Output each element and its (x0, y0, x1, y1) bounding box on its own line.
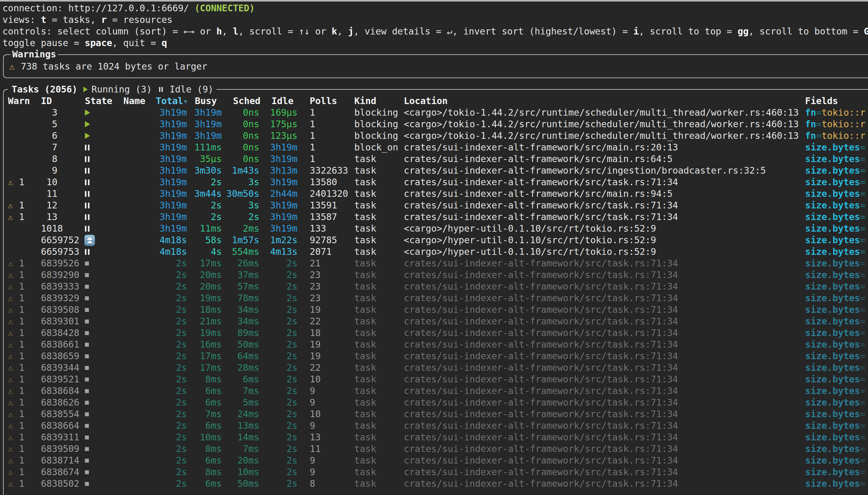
cell-kind: task (354, 315, 376, 327)
cell-location: crates/sui-indexer-alt-framework/src/tas… (404, 281, 678, 292)
column-header-idle[interactable]: Idle (271, 95, 294, 107)
cell-busy: 3h19m (182, 130, 222, 142)
cell-busy: 35µs (182, 153, 222, 165)
field-equals: = (860, 339, 866, 350)
cell-polls: 13 (310, 431, 321, 443)
task-row[interactable]: ⚠168393332s20ms57ms2s23taskcrates/sui-in… (0, 281, 868, 292)
state-completed-icon (85, 351, 89, 362)
column-header-label: Warn (8, 96, 30, 106)
cell-kind: task (354, 385, 376, 397)
column-header-polls[interactable]: Polls (310, 95, 337, 107)
cell-total: 2s (147, 281, 187, 292)
cell-location: crates/sui-indexer-alt-framework/src/tas… (404, 211, 678, 223)
task-row[interactable]: ⚠168386642s6ms13ms2s9taskcrates/sui-inde… (0, 420, 868, 431)
cell-warn-count: 1 (19, 362, 24, 374)
task-row[interactable]: ⚠168384282s19ms89ms2s18taskcrates/sui-in… (0, 327, 868, 339)
state-completed-icon (85, 281, 89, 292)
task-row[interactable]: 53h19m3h19m0ns175µs1blocking<cargo>/toki… (0, 118, 868, 130)
column-header-fields[interactable]: Fields (805, 95, 838, 107)
task-row[interactable]: ⚠168385022s6ms50ms2s8taskcrates/sui-inde… (0, 478, 868, 490)
cell-location: crates/sui-indexer-alt-framework/src/mai… (404, 142, 678, 153)
task-row[interactable]: ⚠168386262s6ms5ms2s9taskcrates/sui-index… (0, 397, 868, 408)
task-row[interactable]: ⚠1123h19m2s3s3h19m13591taskcrates/sui-in… (0, 200, 868, 211)
cell-total: 3h19m (147, 153, 187, 165)
cell-busy: 6ms (182, 478, 222, 490)
cell-sched: 1m57s (220, 234, 259, 246)
cell-task-id: 3 (41, 107, 57, 118)
cell-warn-count: 1 (19, 478, 24, 490)
task-row[interactable]: 10183h19m11ms2ms3h19m133task<cargo>/hype… (0, 223, 868, 234)
task-row[interactable]: ⚠1103h19m2s3s3h19m13580taskcrates/sui-in… (0, 176, 868, 188)
warning-icon: ⚠ (8, 327, 13, 339)
cell-kind: task (354, 304, 376, 315)
cell-polls: 11 (310, 443, 321, 455)
column-header-busy[interactable]: Busy (195, 95, 217, 107)
field-key: size.bytes (805, 362, 860, 373)
cell-location: crates/sui-indexer-alt-framework/src/tas… (404, 176, 678, 188)
task-row[interactable]: ⚠168386612s16ms50ms2s19taskcrates/sui-in… (0, 339, 868, 351)
cell-kind: task (354, 362, 376, 374)
cell-fields: size.bytes= (805, 397, 866, 408)
task-row[interactable]: ⚠168395212s8ms6ms2s10taskcrates/sui-inde… (0, 374, 868, 385)
cell-busy: 2s (182, 176, 222, 188)
cell-polls: 23 (310, 281, 321, 292)
warning-icon: ⚠ (8, 269, 13, 281)
cell-location: crates/sui-indexer-alt-framework/src/tas… (404, 455, 678, 466)
key-label: gg (738, 26, 749, 37)
cell-fields: size.bytes= (805, 374, 866, 385)
task-row[interactable]: ⚠168393292s19ms78ms2s23taskcrates/sui-in… (0, 292, 868, 304)
task-row[interactable]: ⚠168392902s20ms37ms2s23taskcrates/sui-in… (0, 269, 868, 281)
field-equals: = (860, 142, 866, 153)
column-header-sched[interactable]: Sched (233, 95, 261, 107)
cell-sched: 6ms (220, 374, 259, 385)
task-row[interactable]: 113h19m3m44s30m50s2h44m2401320taskcrates… (0, 188, 868, 200)
cell-polls: 1 (310, 153, 315, 165)
cell-warn-count: 1 (19, 258, 24, 269)
key-label: G (864, 26, 868, 37)
task-row[interactable]: ⚠168395262s17ms26ms2s21taskcrates/sui-in… (0, 258, 868, 269)
field-key: size.bytes (805, 374, 860, 385)
column-header-total[interactable]: Total▿ (156, 95, 188, 107)
help-line-connection: connection: http://127.0.0.1:6669/ (CONN… (2, 2, 255, 14)
cell-kind: task (354, 374, 376, 385)
cell-polls: 9 (310, 397, 315, 408)
task-row[interactable]: ⚠168386742s8ms10ms2s9taskcrates/sui-inde… (0, 466, 868, 478)
column-header-warn[interactable]: Warn (8, 95, 30, 107)
field-key: size.bytes (805, 281, 860, 292)
column-header-name[interactable]: Name (123, 95, 145, 107)
task-row[interactable]: ⚠168386842s6ms7ms2s9taskcrates/sui-index… (0, 385, 868, 397)
task-row[interactable]: ⚠168393012s21ms34ms2s22taskcrates/sui-in… (0, 315, 868, 327)
field-key: size.bytes (805, 304, 860, 315)
cell-task-id: 6838674 (41, 466, 57, 478)
task-row[interactable]: 83h19m35µs0ns3h19m1taskcrates/sui-indexe… (0, 153, 868, 165)
cell-location: crates/sui-indexer-alt-framework/src/tas… (404, 200, 678, 211)
field-key: size.bytes (805, 455, 860, 466)
task-row[interactable]: 93h19m3m30s1m43s3h13m3322633taskcrates/s… (0, 165, 868, 176)
column-header-kind[interactable]: Kind (354, 95, 376, 107)
task-row[interactable]: 73h19m111ms0ns3h19m1block_oncrates/sui-i… (0, 142, 868, 153)
task-row[interactable]: 33h19m3h19m0ns169µs1blocking<cargo>/toki… (0, 107, 868, 118)
cell-busy: 10ms (182, 431, 222, 443)
task-row[interactable]: ⚠168395092s8ms7ms2s11taskcrates/sui-inde… (0, 443, 868, 455)
task-row[interactable]: ⚠1133h19m2s2s3h19m13587taskcrates/sui-in… (0, 211, 868, 223)
task-row[interactable]: ⚠168393112s10ms14ms2s13taskcrates/sui-in… (0, 431, 868, 443)
column-header-location[interactable]: Location (404, 95, 448, 107)
task-row[interactable]: ⚠168387142s6ms20ms2s9taskcrates/sui-inde… (0, 455, 868, 466)
cell-warn-count: 1 (19, 431, 24, 443)
task-row[interactable]: 63h19m3h19m0ns123µs1blocking<cargo>/toki… (0, 130, 868, 142)
cell-warn-count: 1 (19, 408, 24, 420)
task-row[interactable]: ⚠168395082s18ms34ms2s19taskcrates/sui-in… (0, 304, 868, 315)
cell-warn-count: 1 (19, 269, 24, 281)
field-key: size.bytes (805, 142, 860, 153)
task-row[interactable]: ⚠168385542s7ms24ms2s10taskcrates/sui-ind… (0, 408, 868, 420)
cell-total: 4m18s (147, 234, 187, 246)
column-header-state[interactable]: State (85, 95, 112, 107)
task-row[interactable]: ⚠168386592s17ms64ms2s19taskcrates/sui-in… (0, 351, 868, 362)
cell-polls: 13587 (310, 211, 337, 223)
task-row[interactable]: 66597534m18s4s554ms4m13s2071task<cargo>/… (0, 246, 868, 258)
column-header-id[interactable]: ID (41, 95, 52, 107)
cell-busy: 3h19m (182, 118, 222, 130)
task-row[interactable]: 66597524m18s58s1m57s1m22s92785task<cargo… (0, 234, 868, 246)
cell-idle: 2s (258, 362, 298, 374)
task-row[interactable]: ⚠168393442s17ms28ms2s22taskcrates/sui-in… (0, 362, 868, 374)
